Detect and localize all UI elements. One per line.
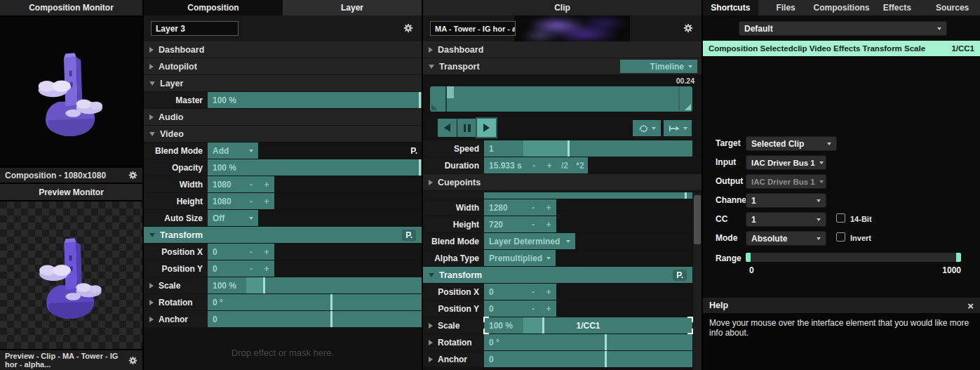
- channel-dropdown[interactable]: 1: [746, 193, 826, 208]
- range-min-handle[interactable]: [746, 253, 751, 262]
- increment-button[interactable]: +: [541, 287, 556, 297]
- pause-button[interactable]: [457, 119, 476, 137]
- auto-size-dropdown[interactable]: Off: [208, 210, 258, 226]
- decrement-button[interactable]: -: [525, 220, 541, 230]
- increment-button[interactable]: +: [259, 264, 274, 274]
- clip-width-stepper[interactable]: 1280 - +: [484, 199, 556, 216]
- duration-control[interactable]: 15.933 s - + /2 *2: [484, 157, 588, 173]
- section-dashboard[interactable]: Dashboard: [423, 41, 702, 58]
- cc-dropdown[interactable]: 1: [746, 212, 826, 227]
- scrollbar-thumb[interactable]: [694, 195, 701, 244]
- play-direction-button[interactable]: [664, 120, 692, 136]
- height-stepper[interactable]: 1080 - +: [208, 193, 274, 209]
- play-backwards-button[interactable]: [438, 119, 457, 137]
- mode-dropdown[interactable]: Absolute: [746, 231, 826, 246]
- clip-blend-mode-dropdown[interactable]: Layer Determined: [484, 233, 575, 249]
- close-icon[interactable]: ×: [967, 300, 974, 311]
- section-layer[interactable]: Layer: [144, 75, 422, 91]
- preview-settings-gear-icon[interactable]: [128, 356, 137, 365]
- input-dropdown[interactable]: IAC Driver Bus 1: [746, 155, 826, 170]
- halve-duration-button[interactable]: /2: [557, 161, 572, 171]
- section-audio[interactable]: Audio: [144, 109, 422, 125]
- increment-button[interactable]: +: [541, 304, 556, 314]
- transport-mode-dropdown[interactable]: Timeline: [620, 60, 697, 73]
- decrement-button[interactable]: -: [243, 264, 259, 274]
- blend-mode-dropdown[interactable]: Add: [208, 143, 258, 159]
- increment-button[interactable]: +: [542, 161, 557, 171]
- decrement-button[interactable]: -: [526, 161, 542, 171]
- loop-mode-button[interactable]: [633, 120, 661, 136]
- decrement-button[interactable]: -: [243, 197, 259, 206]
- clip-height-stepper[interactable]: 720 - +: [484, 216, 556, 232]
- master-row: Master 100 %: [144, 92, 422, 108]
- selected-shortcut-row[interactable]: Composition Selectedclip Video Effects T…: [703, 41, 980, 56]
- position-x-stepper[interactable]: 0 - +: [208, 244, 274, 260]
- section-transform[interactable]: Transform P.: [144, 227, 422, 243]
- scale-slider[interactable]: 100 %: [208, 277, 422, 293]
- preset-dropdown[interactable]: Default: [739, 21, 947, 36]
- playhead-handle[interactable]: [447, 86, 454, 98]
- section-transport[interactable]: Transport Timeline: [423, 58, 702, 74]
- decrement-button[interactable]: -: [525, 304, 541, 314]
- section-cuepoints[interactable]: Cuepoints: [423, 174, 702, 190]
- target-dropdown[interactable]: Selected Clip: [746, 136, 837, 151]
- clip-scale-slider[interactable]: 100 % 1/CC1: [484, 317, 692, 333]
- speed-slider[interactable]: 1: [484, 140, 692, 157]
- master-slider[interactable]: 100 %: [208, 92, 422, 108]
- section-autopilot[interactable]: Autopilot: [144, 58, 422, 74]
- tab-compositions[interactable]: Compositions: [814, 0, 870, 15]
- play-button[interactable]: [477, 119, 496, 137]
- increment-button[interactable]: +: [541, 220, 556, 230]
- decrement-button[interactable]: -: [243, 180, 259, 190]
- clip-anchor-slider[interactable]: 0: [484, 351, 692, 367]
- output-dropdown[interactable]: IAC Driver Bus 1: [746, 174, 826, 189]
- in-point-marker[interactable]: [431, 104, 438, 110]
- section-clip-transform[interactable]: Transform P.: [423, 267, 692, 283]
- rotation-slider[interactable]: 0 °: [208, 294, 422, 310]
- transform-param-button[interactable]: P.: [402, 230, 416, 241]
- composition-settings-gear-icon[interactable]: [128, 171, 137, 180]
- tab-shortcuts[interactable]: Shortcuts: [703, 0, 758, 15]
- out-point-marker[interactable]: [685, 104, 691, 110]
- tab-files[interactable]: Files: [758, 0, 814, 15]
- tab-effects[interactable]: Effects: [870, 0, 925, 15]
- checkbox-invert[interactable]: [836, 232, 845, 242]
- preview-monitor-title[interactable]: Preview Monitor: [0, 184, 142, 200]
- checkbox-14bit[interactable]: [836, 213, 845, 223]
- alpha-type-dropdown[interactable]: Premultiplied: [484, 250, 556, 266]
- tab-composition[interactable]: Composition: [144, 0, 283, 15]
- layer-settings-gear-icon[interactable]: [403, 23, 413, 33]
- decrement-button[interactable]: -: [525, 203, 541, 213]
- timeline-scrubber[interactable]: [430, 86, 692, 112]
- clip-name-input[interactable]: MA - Tower - IG hor - alpha: [430, 21, 516, 36]
- increment-button[interactable]: +: [259, 247, 274, 257]
- clip-settings-gear-icon[interactable]: [683, 23, 693, 33]
- section-video[interactable]: Video: [144, 126, 422, 142]
- increment-button[interactable]: +: [541, 203, 556, 213]
- blend-mode-param-button[interactable]: P.: [410, 146, 417, 156]
- section-dashboard[interactable]: Dashboard: [144, 41, 422, 58]
- range-max-handle[interactable]: [956, 253, 961, 262]
- output-label: Output: [716, 176, 743, 186]
- decrement-button[interactable]: -: [525, 287, 541, 297]
- anchor-slider[interactable]: 0: [208, 311, 422, 327]
- increment-button[interactable]: +: [259, 180, 274, 190]
- position-y-stepper[interactable]: 0 - +: [208, 260, 274, 277]
- clipped-slider[interactable]: [484, 192, 692, 199]
- double-duration-button[interactable]: *2: [572, 161, 588, 171]
- increment-button[interactable]: +: [259, 197, 274, 206]
- decrement-button[interactable]: -: [243, 247, 259, 257]
- clip-position-x-stepper[interactable]: 0 - +: [484, 284, 556, 300]
- clip-rotation-slider[interactable]: 0 °: [484, 334, 692, 350]
- clip-transform-param-button[interactable]: P.: [673, 270, 687, 281]
- width-stepper[interactable]: 1080 - +: [208, 176, 274, 192]
- composition-monitor-title[interactable]: Composition Monitor: [0, 0, 142, 15]
- range-slider[interactable]: [746, 253, 961, 262]
- clip-panel-scrollbar[interactable]: [693, 193, 702, 370]
- tab-sources[interactable]: Sources: [925, 0, 980, 15]
- layer-name-input[interactable]: Layer 3: [151, 21, 239, 36]
- tab-layer[interactable]: Layer: [283, 0, 422, 15]
- expand-arrow-icon: [149, 47, 154, 53]
- opacity-slider[interactable]: 100 %: [208, 159, 422, 176]
- clip-position-y-stepper[interactable]: 0 - +: [484, 300, 556, 317]
